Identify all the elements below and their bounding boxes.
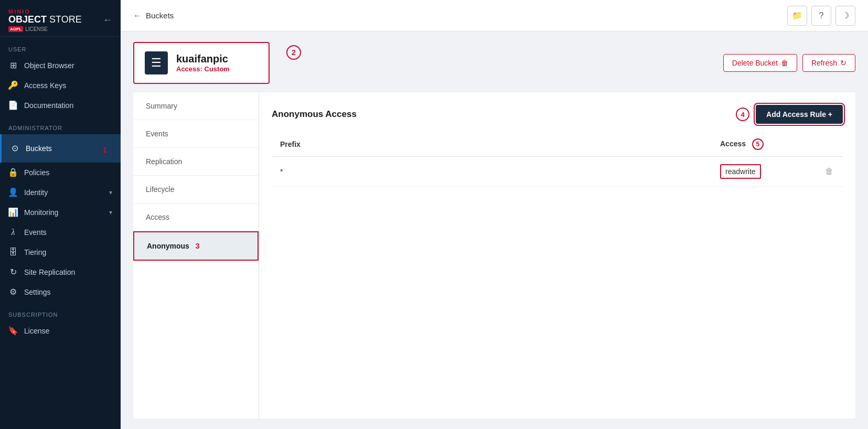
bucket-content-panel: Summary Events Replication Lifecycle Acc… bbox=[133, 92, 855, 419]
sidebar-item-policies[interactable]: 🔒 Policies bbox=[0, 163, 121, 183]
row-delete-cell: 🗑 bbox=[817, 157, 843, 187]
sidebar-item-site-replication[interactable]: ↻ Site Replication bbox=[0, 262, 121, 282]
sidebar-item-settings[interactable]: ⚙ Settings bbox=[0, 282, 121, 302]
sidebar: MINIO OBJECT STORE AGPL LICENSE ← User ⊞… bbox=[0, 0, 121, 429]
sidebar-item-monitoring[interactable]: 📊 Monitoring ▾ bbox=[0, 202, 121, 222]
sidebar-item-label: Policies bbox=[24, 168, 49, 177]
license-label: AGPL LICENSE bbox=[8, 26, 82, 32]
tab-access[interactable]: Access bbox=[133, 203, 259, 231]
buckets-icon: ⊙ bbox=[10, 144, 19, 153]
monitoring-icon: 📊 bbox=[8, 208, 18, 217]
help-icon-button[interactable]: ? bbox=[811, 6, 831, 26]
sidebar-item-label: Access Keys bbox=[24, 81, 66, 90]
access-keys-icon: 🔑 bbox=[8, 81, 18, 90]
sidebar-item-label: Object Browser bbox=[24, 61, 74, 70]
sidebar-item-label: Buckets bbox=[26, 144, 52, 153]
step-3-badge: 3 bbox=[196, 242, 200, 250]
tab-lifecycle[interactable]: Lifecycle bbox=[133, 176, 259, 203]
table-row: * readwrite 🗑 bbox=[272, 157, 843, 187]
row-delete-button[interactable]: 🗑 bbox=[825, 167, 833, 176]
tiering-icon: 🗄 bbox=[8, 248, 18, 257]
access-rules-table: Prefix Access 5 * readwrite bbox=[272, 132, 843, 187]
step-4-badge: 4 bbox=[736, 108, 749, 121]
panel-header: Anonymous Access 4 Add Access Rule + bbox=[272, 105, 843, 124]
add-access-rule-label: Add Access Rule + bbox=[766, 110, 832, 119]
delete-icon: 🗑 bbox=[781, 59, 788, 67]
sidebar-item-label: Monitoring bbox=[24, 208, 58, 217]
access-value: readwrite bbox=[720, 164, 761, 179]
back-arrow-icon[interactable]: ← bbox=[133, 11, 142, 20]
bucket-access-value: Custom bbox=[205, 65, 230, 73]
bucket-info: kuaifanpic Access: Custom bbox=[176, 53, 230, 73]
identity-chevron-icon: ▾ bbox=[109, 189, 112, 196]
tab-replication[interactable]: Replication bbox=[133, 148, 259, 176]
sidebar-header: MINIO OBJECT STORE AGPL LICENSE ← bbox=[0, 0, 121, 37]
admin-section-label: Administrator bbox=[0, 115, 121, 134]
sidebar-item-identity[interactable]: 👤 Identity ▾ bbox=[0, 183, 121, 202]
sidebar-item-documentation[interactable]: 📄 Documentation bbox=[0, 95, 121, 115]
bucket-toolbar: ☰ kuaifanpic Access: Custom 2 Delete Buc… bbox=[133, 42, 855, 84]
refresh-icon: ↻ bbox=[840, 59, 846, 67]
step-2-badge: 2 bbox=[286, 45, 301, 60]
sidebar-item-label: Site Replication bbox=[24, 268, 75, 276]
sidebar-item-label: Tiering bbox=[24, 248, 46, 256]
bucket-icon: ☰ bbox=[145, 51, 168, 74]
actions-column-header bbox=[817, 132, 843, 157]
documentation-icon: 📄 bbox=[8, 101, 18, 110]
subscription-section-label: Subscription bbox=[0, 302, 121, 321]
sidebar-item-license[interactable]: 🔖 License bbox=[0, 321, 121, 341]
add-access-rule-button[interactable]: Add Access Rule + bbox=[756, 105, 843, 124]
buckets-step-badge: 1 bbox=[98, 143, 112, 157]
bucket-access: Access: Custom bbox=[176, 65, 230, 73]
step-5-badge: 5 bbox=[752, 138, 764, 150]
main-content: ← Buckets 📁 ? ☽ ☰ kuaifanpic Access: Cus… bbox=[121, 0, 868, 429]
prefix-column-header: Prefix bbox=[272, 132, 712, 157]
folder-icon-button[interactable]: 📁 bbox=[787, 6, 807, 26]
agpl-badge: AGPL bbox=[8, 26, 23, 32]
tab-anonymous[interactable]: Anonymous 3 bbox=[133, 231, 259, 261]
sidebar-collapse-button[interactable]: ← bbox=[103, 15, 112, 26]
license-icon: 🔖 bbox=[8, 326, 18, 336]
settings-icon: ⚙ bbox=[8, 287, 18, 297]
bucket-right-panel: Anonymous Access 4 Add Access Rule + Pre… bbox=[259, 92, 855, 419]
access-column-header: Access 5 bbox=[712, 132, 817, 157]
bucket-header-card: ☰ kuaifanpic Access: Custom bbox=[133, 42, 270, 84]
bucket-header-row: ☰ kuaifanpic Access: Custom 2 bbox=[133, 42, 301, 84]
panel-header-actions: 4 Add Access Rule + bbox=[736, 105, 843, 124]
monitoring-chevron-icon: ▾ bbox=[109, 209, 112, 216]
site-replication-icon: ↻ bbox=[8, 267, 18, 277]
product-name: OBJECT STORE bbox=[8, 15, 82, 25]
license-text: LICENSE bbox=[25, 26, 48, 32]
sidebar-item-label: Documentation bbox=[24, 101, 73, 110]
policies-icon: 🔒 bbox=[8, 168, 18, 177]
prefix-cell: * bbox=[272, 157, 712, 187]
sidebar-item-object-browser[interactable]: ⊞ Object Browser bbox=[0, 56, 121, 76]
object-browser-icon: ⊞ bbox=[8, 61, 18, 70]
sidebar-item-label: Identity bbox=[24, 188, 48, 197]
delete-bucket-button[interactable]: Delete Bucket 🗑 bbox=[723, 54, 797, 72]
sidebar-item-access-keys[interactable]: 🔑 Access Keys bbox=[0, 76, 121, 95]
sidebar-item-label: Events bbox=[24, 228, 47, 237]
identity-icon: 👤 bbox=[8, 188, 18, 197]
refresh-button[interactable]: Refresh ↻ bbox=[802, 54, 855, 72]
sidebar-item-tiering[interactable]: 🗄 Tiering bbox=[0, 242, 121, 262]
user-section-label: User bbox=[0, 37, 121, 56]
sidebar-logo: MINIO OBJECT STORE AGPL LICENSE bbox=[8, 8, 82, 32]
access-cell: readwrite bbox=[712, 157, 817, 187]
sidebar-item-events[interactable]: λ Events bbox=[0, 222, 121, 242]
tab-summary[interactable]: Summary bbox=[133, 92, 259, 120]
breadcrumb: ← Buckets bbox=[133, 11, 174, 20]
sidebar-item-buckets[interactable]: ⊙ Buckets 1 bbox=[0, 134, 121, 163]
breadcrumb-label: Buckets bbox=[146, 11, 174, 20]
page-content: ☰ kuaifanpic Access: Custom 2 Delete Buc… bbox=[121, 31, 868, 429]
bucket-tab-list: Summary Events Replication Lifecycle Acc… bbox=[133, 92, 259, 419]
delete-bucket-label: Delete Bucket bbox=[732, 59, 778, 67]
sidebar-item-label: License bbox=[24, 327, 49, 335]
bucket-name: kuaifanpic bbox=[176, 53, 230, 65]
tab-events[interactable]: Events bbox=[133, 120, 259, 148]
sidebar-item-label: Settings bbox=[24, 288, 51, 296]
theme-icon-button[interactable]: ☽ bbox=[835, 6, 855, 26]
topbar-actions: 📁 ? ☽ bbox=[787, 6, 855, 26]
topbar: ← Buckets 📁 ? ☽ bbox=[121, 0, 868, 31]
panel-title: Anonymous Access bbox=[272, 109, 357, 120]
